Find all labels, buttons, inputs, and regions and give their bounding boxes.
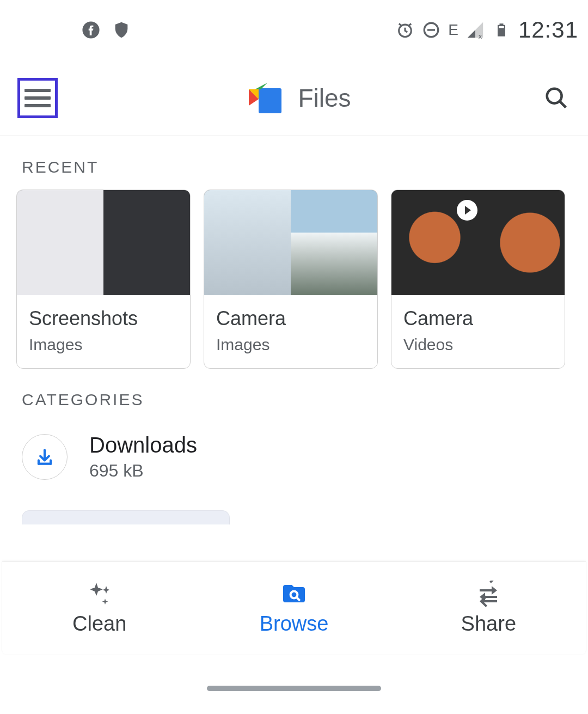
- card-title: Screenshots: [29, 307, 178, 330]
- svg-text:x: x: [479, 32, 482, 39]
- download-icon: [22, 434, 68, 480]
- bottom-nav: Clean Browse Share: [2, 562, 586, 654]
- swap-arrows-icon: [473, 581, 504, 607]
- category-title: Downloads: [89, 433, 197, 457]
- battery-icon: [492, 21, 511, 39]
- app-bar: Files: [0, 60, 588, 136]
- categories-header: CATEGORIES: [0, 369, 588, 422]
- recent-header: RECENT: [0, 136, 588, 190]
- shield-icon: [112, 21, 131, 39]
- dnd-icon: [422, 21, 440, 39]
- card-subtitle: Videos: [403, 335, 553, 354]
- svg-rect-5: [259, 88, 281, 113]
- recent-card-camera-videos[interactable]: Camera Videos: [391, 190, 565, 369]
- network-type-label: E: [448, 21, 458, 39]
- search-icon: [544, 86, 569, 111]
- card-title: Camera: [216, 307, 365, 330]
- signal-icon: x: [466, 21, 485, 39]
- nav-browse[interactable]: Browse: [197, 562, 391, 654]
- category-size: 695 kB: [89, 461, 197, 481]
- card-title: Camera: [403, 307, 553, 330]
- category-downloads[interactable]: Downloads 695 kB: [0, 422, 588, 497]
- recent-card-screenshots[interactable]: Screenshots Images: [16, 190, 191, 369]
- hamburger-icon: [24, 89, 51, 107]
- search-button[interactable]: [542, 84, 571, 112]
- svg-rect-9: [485, 596, 497, 598]
- play-icon: [457, 200, 477, 221]
- svg-point-6: [547, 88, 562, 103]
- app-title: Files: [298, 83, 351, 113]
- nav-label: Clean: [72, 612, 126, 636]
- nav-share[interactable]: Share: [391, 562, 586, 654]
- card-subtitle: Images: [29, 335, 178, 354]
- menu-button[interactable]: [17, 78, 58, 118]
- facebook-icon: [82, 21, 100, 39]
- folder-search-icon: [279, 581, 309, 607]
- nav-label: Browse: [260, 612, 329, 636]
- files-app-logo-icon: [249, 83, 281, 113]
- sparkle-icon: [84, 581, 115, 607]
- alarm-icon: [396, 21, 414, 39]
- thumbnail-grid: [391, 190, 565, 295]
- card-subtitle: Images: [216, 335, 365, 354]
- status-right: E x 12:31: [396, 17, 578, 43]
- thumbnail-grid: [17, 190, 190, 295]
- svg-rect-4: [499, 26, 504, 28]
- home-indicator[interactable]: [207, 686, 381, 691]
- nav-clean[interactable]: Clean: [2, 562, 197, 654]
- recent-card-camera-images[interactable]: Camera Images: [204, 190, 378, 369]
- clock-time: 12:31: [518, 17, 578, 43]
- status-left: [82, 21, 131, 39]
- thumbnail-grid: [204, 190, 377, 295]
- nav-label: Share: [461, 612, 516, 636]
- status-bar: E x 12:31: [0, 0, 588, 60]
- app-title-area: Files: [58, 83, 542, 113]
- recent-row[interactable]: Screenshots Images Camera Images Camera …: [0, 190, 588, 369]
- svg-rect-8: [480, 589, 492, 591]
- partial-next-card: [22, 510, 230, 524]
